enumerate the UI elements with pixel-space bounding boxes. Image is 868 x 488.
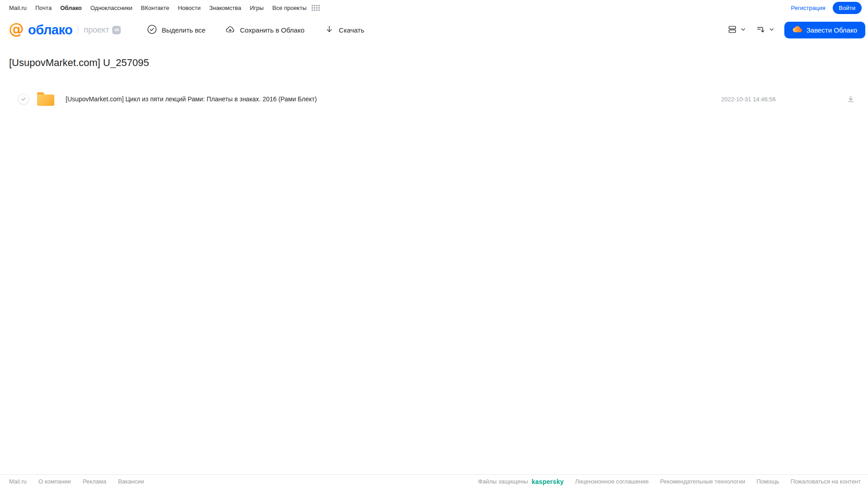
topnav-item-mailru[interactable]: Mail.ru [9, 5, 27, 11]
project-label: проект [84, 25, 109, 35]
cloud-upload-icon [225, 24, 235, 36]
page-title: [UsupovMarket.com] U_257095 [9, 57, 868, 69]
topnav-links: Mail.ru Почта Облако Одноклассники ВКонт… [9, 5, 320, 11]
download-arrow-icon [324, 24, 334, 36]
vk-badge-icon: vk [112, 26, 121, 34]
download-to-line-icon [846, 95, 855, 104]
toolbar: Выделить все Сохранить в Облако [147, 24, 364, 36]
save-to-cloud-button[interactable]: Сохранить в Облако [225, 24, 304, 36]
sort-button[interactable] [756, 24, 774, 36]
topnav-item-igry[interactable]: Игры [250, 5, 264, 11]
download-button[interactable]: Скачать [324, 24, 364, 36]
footer-link-about[interactable]: О компании [38, 478, 71, 485]
logo-divider [78, 25, 78, 34]
topnav-item-odnoklassniki[interactable]: Одноклассники [90, 5, 133, 11]
page: Mail.ru Почта Облако Одноклассники ВКонт… [0, 0, 868, 488]
download-label: Скачать [339, 26, 364, 34]
list-view-icon [727, 24, 737, 36]
cloud-logo[interactable]: @ облако проект vk [7, 20, 121, 40]
main-content: [UsupovMarket.com] U_257095 [UsupovMarke… [0, 44, 868, 474]
row-download-button[interactable] [846, 95, 855, 104]
topnav-item-vkontakte[interactable]: ВКонтакте [141, 5, 170, 11]
top-nav: Mail.ru Почта Облако Одноклассники ВКонт… [0, 0, 868, 15]
footer-link-recommendations[interactable]: Рекомендательные технологии [660, 478, 745, 485]
brand-name: облако [28, 23, 72, 38]
get-cloud-button[interactable]: Завести Облако [784, 22, 865, 38]
kaspersky-protection: Файлы защищены kaspersky [478, 478, 564, 485]
header: @ облако проект vk Выделить все [0, 15, 868, 44]
mailru-at-icon: @ [7, 20, 25, 40]
footer: Mail.ru О компании Реклама Вакансии Файл… [0, 474, 868, 488]
row-checkbox[interactable] [18, 94, 29, 104]
select-all-label: Выделить все [161, 26, 205, 34]
footer-link-mailru[interactable]: Mail.ru [9, 478, 27, 485]
select-all-button[interactable]: Выделить все [147, 24, 205, 36]
register-link[interactable]: Регистрация [791, 5, 825, 11]
login-button[interactable]: Войти [833, 2, 862, 14]
chevron-down-icon [740, 27, 746, 33]
topnav-item-novosti[interactable]: Новости [178, 5, 200, 11]
apps-grid-icon[interactable] [312, 5, 320, 11]
save-to-cloud-label: Сохранить в Облако [240, 26, 304, 34]
checkmark-icon [21, 96, 26, 102]
sort-icon [756, 24, 766, 36]
topnav-item-oblako[interactable]: Облако [60, 5, 82, 11]
chevron-down-icon [769, 27, 774, 33]
footer-link-ads[interactable]: Реклама [83, 478, 106, 485]
file-date: 2022-10-31 14:46:56 [721, 96, 776, 103]
topnav-item-all-projects[interactable]: Все проекты [272, 5, 307, 11]
svg-text:@: @ [9, 20, 24, 38]
footer-left-links: Mail.ru О компании Реклама Вакансии [9, 478, 144, 485]
kaspersky-logo[interactable]: kaspersky [531, 478, 564, 485]
header-controls: Завести Облако [727, 22, 865, 38]
check-circle-icon [147, 24, 157, 36]
file-row[interactable]: [UsupovMarket.com] Цикл из пяти лекций Р… [0, 88, 868, 110]
folder-icon [37, 92, 54, 106]
view-mode-button[interactable] [727, 24, 746, 36]
topnav-item-znakomstva[interactable]: Знакомства [209, 5, 241, 11]
footer-right-links: Файлы защищены kaspersky Лицензионное со… [478, 478, 861, 485]
footer-link-help[interactable]: Помощь [756, 478, 779, 485]
get-cloud-label: Завести Облако [806, 26, 857, 34]
topnav-auth: Регистрация Войти [791, 2, 862, 14]
footer-link-license[interactable]: Лицензионное соглашение [575, 478, 649, 485]
footer-link-report-content[interactable]: Пожаловаться на контент [791, 478, 861, 485]
cloud-icon [792, 25, 802, 34]
file-name-link[interactable]: [UsupovMarket.com] Цикл из пяти лекций Р… [66, 95, 721, 103]
topnav-item-pochta[interactable]: Почта [35, 5, 52, 11]
footer-link-jobs[interactable]: Вакансии [118, 478, 144, 485]
protection-label: Файлы защищены [478, 478, 528, 485]
